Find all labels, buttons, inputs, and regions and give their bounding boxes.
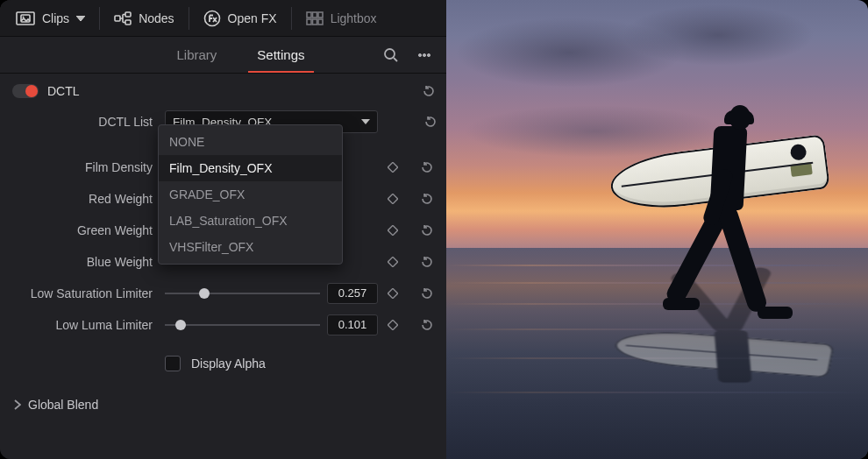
low-sat-keyframe[interactable] xyxy=(387,287,399,300)
reset-icon xyxy=(420,286,434,300)
svg-rect-3 xyxy=(115,16,120,21)
svg-rect-11 xyxy=(312,19,317,25)
app-window: Clips Nodes Open FX Lightbox Lib xyxy=(0,0,868,459)
dctl-list-popup: NONE Film_Density_OFX GRADE_OFX LAB_Satu… xyxy=(158,124,343,265)
low-sat-label: Low Saturation Limiter xyxy=(9,286,156,300)
green-weight-label: Green Weight xyxy=(9,223,156,237)
chevron-right-icon xyxy=(14,399,21,410)
reset-icon xyxy=(420,192,434,206)
svg-rect-7 xyxy=(307,12,311,18)
dctl-list-label: DCTL List xyxy=(9,115,156,129)
svg-rect-4 xyxy=(125,12,131,17)
tabs-row: Library Settings xyxy=(0,37,446,74)
low-luma-keyframe[interactable] xyxy=(387,319,399,331)
low-luma-label: Low Luma Limiter xyxy=(9,318,156,332)
svg-rect-10 xyxy=(307,19,311,25)
low-luma-slider[interactable] xyxy=(165,316,320,334)
dctl-option[interactable]: NONE xyxy=(159,129,342,155)
low-sat-slider[interactable] xyxy=(165,285,320,302)
red-weight-reset[interactable] xyxy=(416,192,438,206)
search-button[interactable] xyxy=(376,40,406,70)
low-sat-reset[interactable] xyxy=(416,286,438,300)
svg-rect-20 xyxy=(388,257,397,266)
film-density-label: Film Density xyxy=(9,160,156,174)
global-blend-label: Global Blend xyxy=(28,398,98,412)
dctl-option[interactable]: LAB_Saturation_OFX xyxy=(159,208,342,234)
clips-button[interactable]: Clips xyxy=(7,0,94,36)
svg-rect-12 xyxy=(318,19,323,25)
red-weight-keyframe[interactable] xyxy=(387,193,399,205)
reset-icon xyxy=(423,115,438,129)
low-sat-value[interactable]: 0.257 xyxy=(327,283,378,304)
svg-point-15 xyxy=(423,53,425,56)
lightbox-button[interactable]: Lightbox xyxy=(297,0,386,36)
tabs: Library Settings xyxy=(105,37,376,73)
more-icon xyxy=(416,47,432,63)
svg-rect-0 xyxy=(17,12,34,25)
settings-body: DCTL DCTL List Film_Density_OFX xyxy=(0,74,446,459)
section-global-blend[interactable]: Global Blend xyxy=(9,389,438,420)
chevron-down-icon xyxy=(361,119,370,124)
reset-icon xyxy=(420,223,434,237)
chevron-down-icon xyxy=(76,16,85,21)
reset-icon xyxy=(420,318,434,332)
reset-icon xyxy=(422,84,436,98)
search-icon xyxy=(383,47,399,63)
green-weight-reset[interactable] xyxy=(416,223,438,237)
top-toolbar: Clips Nodes Open FX Lightbox xyxy=(0,0,446,37)
blue-weight-label: Blue Weight xyxy=(9,255,156,269)
effect-reset[interactable] xyxy=(422,84,436,98)
display-alpha-label: Display Alpha xyxy=(191,357,266,371)
param-low-luma: Low Luma Limiter 0.101 xyxy=(9,312,438,338)
svg-rect-9 xyxy=(318,12,323,18)
effect-header: DCTL xyxy=(9,81,438,103)
svg-rect-17 xyxy=(388,162,397,172)
fx-icon xyxy=(203,10,221,27)
effect-toggle[interactable] xyxy=(12,84,39,98)
more-button[interactable] xyxy=(409,40,439,70)
low-luma-reset[interactable] xyxy=(416,318,438,332)
tab-library[interactable]: Library xyxy=(160,37,232,73)
red-weight-label: Red Weight xyxy=(9,192,156,206)
separator xyxy=(291,7,292,30)
separator xyxy=(99,7,100,30)
nodes-icon xyxy=(114,11,132,25)
blue-weight-reset[interactable] xyxy=(416,255,438,269)
low-luma-value[interactable]: 0.101 xyxy=(327,314,378,335)
dctl-option[interactable]: Film_Density_OFX xyxy=(159,155,342,181)
inspector-panel: Clips Nodes Open FX Lightbox Lib xyxy=(0,0,446,459)
film-density-keyframe[interactable] xyxy=(387,161,399,173)
preview-image xyxy=(446,0,868,459)
param-low-sat: Low Saturation Limiter 0.257 xyxy=(9,280,438,307)
tab-settings[interactable]: Settings xyxy=(241,37,320,73)
param-display-alpha: Display Alpha xyxy=(9,349,438,378)
svg-point-14 xyxy=(418,53,421,56)
svg-rect-8 xyxy=(312,12,317,18)
display-alpha-checkbox[interactable] xyxy=(165,356,181,371)
green-weight-keyframe[interactable] xyxy=(387,224,399,237)
film-density-reset[interactable] xyxy=(416,160,438,174)
dctl-option[interactable]: VHSFilter_OFX xyxy=(159,234,342,260)
viewer xyxy=(446,0,868,459)
svg-point-16 xyxy=(427,53,430,56)
svg-rect-19 xyxy=(388,225,397,235)
blue-weight-keyframe[interactable] xyxy=(387,256,399,268)
lightbox-label: Lightbox xyxy=(331,11,377,25)
dctl-list-reset[interactable] xyxy=(423,115,438,129)
effect-name: DCTL xyxy=(47,84,80,98)
lightbox-icon xyxy=(306,11,324,25)
nodes-label: Nodes xyxy=(139,11,174,25)
clips-label: Clips xyxy=(42,11,69,25)
clips-icon xyxy=(16,11,35,25)
openfx-label: Open FX xyxy=(228,11,277,25)
svg-rect-5 xyxy=(125,20,131,25)
openfx-button[interactable]: Open FX xyxy=(195,0,286,36)
reset-icon xyxy=(420,160,434,174)
dctl-option[interactable]: GRADE_OFX xyxy=(159,181,342,208)
svg-rect-21 xyxy=(388,288,397,298)
svg-rect-22 xyxy=(388,320,397,329)
nodes-button[interactable]: Nodes xyxy=(105,0,182,36)
svg-rect-18 xyxy=(388,194,397,203)
reset-icon xyxy=(420,255,434,269)
separator xyxy=(189,7,189,30)
